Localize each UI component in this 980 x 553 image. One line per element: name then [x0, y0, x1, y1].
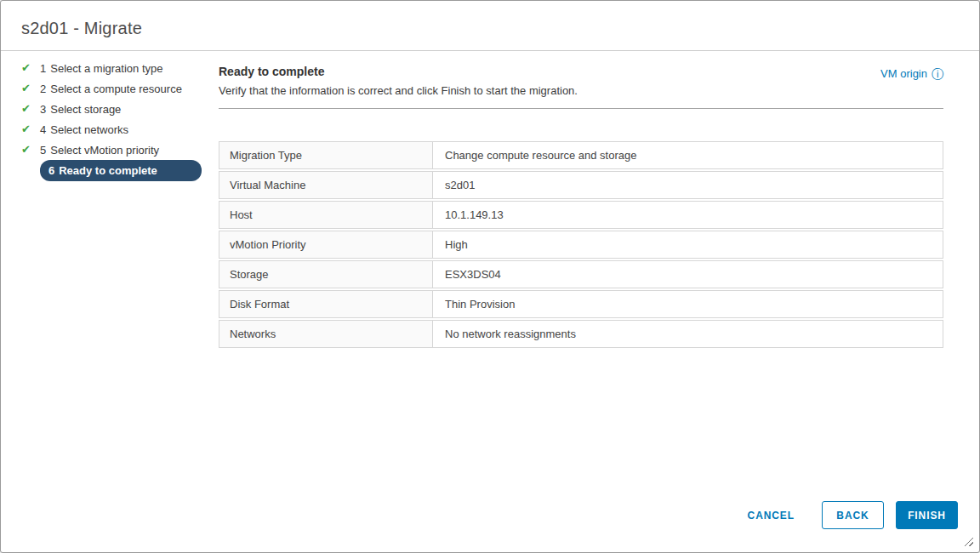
check-icon: ✔ [21, 140, 40, 160]
wizard-content: Ready to complete Verify that the inform… [202, 51, 943, 350]
table-row: Disk Format Thin Provision [219, 290, 943, 318]
row-label: Storage [219, 261, 433, 288]
content-header: Ready to complete Verify that the inform… [219, 65, 943, 108]
step-select-compute-resource[interactable]: ✔ 2 Select a compute resource [21, 78, 202, 99]
step-number: 1 [40, 62, 46, 75]
table-row: Host 10.1.149.13 [219, 201, 943, 229]
finish-button[interactable]: FINISH [896, 501, 958, 529]
info-icon: ⓘ [932, 68, 943, 80]
wizard-footer: CANCEL BACK FINISH [741, 501, 958, 529]
active-step-pill: 6 Ready to complete [40, 160, 202, 181]
table-row: Virtual Machine s2d01 [219, 171, 943, 199]
step-label: Select storage [50, 103, 121, 116]
row-label: Disk Format [219, 291, 433, 317]
migration-summary-table: Migration Type Change compute resource a… [219, 141, 943, 348]
page-subtitle: Verify that the information is correct a… [219, 84, 578, 97]
row-value: ESX3DS04 [433, 261, 943, 288]
row-value: Thin Provision [433, 291, 943, 317]
step-select-vmotion-priority[interactable]: ✔ 5 Select vMotion priority [21, 140, 202, 160]
row-value: 10.1.149.13 [433, 202, 943, 228]
table-row: Migration Type Change compute resource a… [219, 141, 943, 169]
step-ready-to-complete[interactable]: 6 Ready to complete [21, 160, 202, 180]
vm-origin-label: VM origin [880, 67, 927, 80]
step-number: 4 [40, 123, 46, 136]
content-divider [219, 108, 943, 109]
content-header-text: Ready to complete Verify that the inform… [219, 65, 578, 108]
wizard-body: ✔ 1 Select a migration type ✔ 2 Select a… [1, 51, 979, 350]
row-value: s2d01 [433, 172, 943, 198]
step-label: Select networks [50, 123, 128, 136]
table-row: Storage ESX3DS04 [219, 260, 943, 288]
step-select-migration-type[interactable]: ✔ 1 Select a migration type [21, 58, 202, 78]
page-title: Ready to complete [219, 65, 578, 78]
check-icon: ✔ [21, 119, 40, 140]
row-value: No network reassignments [433, 321, 943, 347]
resize-handle-icon[interactable] [964, 537, 973, 546]
step-label: Select a compute resource [50, 83, 182, 95]
step-number: 2 [40, 83, 46, 95]
step-label: Select vMotion priority [50, 144, 159, 157]
step-select-networks[interactable]: ✔ 4 Select networks [21, 119, 202, 140]
step-number: 6 [48, 164, 54, 177]
check-icon: ✔ [21, 58, 40, 78]
dialog-title: s2d01 - Migrate [1, 1, 979, 50]
step-number: 5 [40, 144, 46, 157]
cancel-button[interactable]: CANCEL [741, 501, 801, 529]
step-select-storage[interactable]: ✔ 3 Select storage [21, 99, 202, 119]
check-icon: ✔ [21, 78, 40, 99]
wizard-steps-sidebar: ✔ 1 Select a migration type ✔ 2 Select a… [21, 51, 202, 350]
step-label: Ready to complete [59, 164, 157, 177]
table-row: vMotion Priority High [219, 231, 943, 259]
step-number: 3 [40, 103, 46, 116]
row-label: Host [219, 202, 433, 228]
row-value: High [433, 231, 943, 258]
row-label: Networks [219, 321, 433, 347]
row-value: Change compute resource and storage [433, 142, 943, 168]
row-label: Virtual Machine [219, 172, 433, 198]
check-icon: ✔ [21, 99, 40, 119]
migrate-wizard-dialog: s2d01 - Migrate ✔ 1 Select a migration t… [0, 0, 980, 553]
vm-origin-link[interactable]: VM origin ⓘ [880, 65, 943, 80]
step-label: Select a migration type [50, 62, 162, 75]
row-label: Migration Type [219, 142, 433, 168]
table-row: Networks No network reassignments [219, 320, 943, 348]
back-button[interactable]: BACK [822, 501, 884, 529]
row-label: vMotion Priority [219, 231, 433, 258]
